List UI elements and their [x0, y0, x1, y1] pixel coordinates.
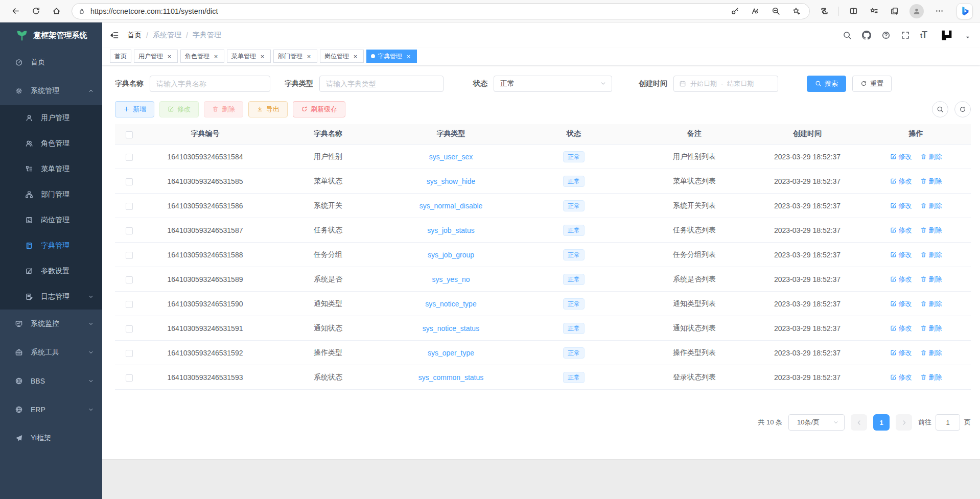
sidebar-item[interactable]: 系统工具 [0, 338, 102, 367]
tab-close-icon[interactable] [212, 53, 220, 60]
row-checkbox[interactable] [126, 276, 133, 283]
collections-icon[interactable] [886, 3, 902, 19]
tab[interactable]: 菜单管理 [227, 50, 271, 63]
copilot-button[interactable] [956, 3, 973, 19]
tab[interactable]: 用户管理 [134, 50, 178, 63]
star-plus-icon[interactable] [788, 3, 804, 19]
tab-close-icon[interactable] [352, 53, 359, 60]
sidebar-item[interactable]: 字典管理 [0, 233, 102, 258]
search-icon[interactable] [843, 31, 852, 40]
text-size-icon[interactable]: tT [920, 30, 927, 40]
row-delete-button[interactable]: 删除 [920, 226, 942, 235]
caret-down-icon[interactable] [965, 34, 971, 40]
back-icon[interactable] [7, 3, 24, 19]
search-button[interactable]: 搜索 [807, 76, 846, 92]
sidebar-item[interactable]: Yi框架 [0, 424, 102, 453]
sidebar-item[interactable]: 用户管理 [0, 105, 102, 131]
row-edit-button[interactable]: 修改 [890, 177, 912, 186]
date-range-picker[interactable]: 开始日期 - 结束日期 [673, 76, 778, 92]
row-delete-button[interactable]: 删除 [920, 152, 942, 161]
sidebar-item[interactable]: 部门管理 [0, 182, 102, 207]
next-page-button[interactable] [896, 414, 912, 431]
row-checkbox[interactable] [126, 301, 133, 308]
reset-button[interactable]: 重置 [852, 76, 892, 92]
row-delete-button[interactable]: 删除 [920, 324, 942, 333]
dict-type-link[interactable]: sys_yes_no [432, 275, 470, 283]
dict-name-input[interactable] [150, 76, 270, 92]
breadcrumb-home[interactable]: 首页 [127, 31, 142, 40]
user-avatar-logo[interactable] [939, 28, 954, 43]
status-select[interactable]: 正常 [494, 76, 612, 92]
dict-type-link[interactable]: sys_show_hide [427, 177, 476, 185]
zoom-out-icon[interactable] [767, 3, 784, 19]
row-edit-button[interactable]: 修改 [890, 250, 912, 259]
address-bar[interactable]: https://ccnetcore.com:1101/system/dict [72, 3, 810, 19]
sidebar-item[interactable]: ERP [0, 395, 102, 424]
dict-type-link[interactable]: sys_notice_status [423, 324, 479, 332]
row-checkbox[interactable] [126, 252, 133, 259]
page-size-select[interactable]: 10条/页 [788, 414, 845, 431]
github-icon[interactable] [862, 31, 871, 40]
read-aloud-icon[interactable] [747, 3, 763, 19]
row-checkbox[interactable] [126, 203, 133, 210]
sidebar-item[interactable]: 首页 [0, 48, 102, 77]
dict-type-link[interactable]: sys_notice_type [425, 300, 476, 308]
row-edit-button[interactable]: 修改 [890, 152, 912, 161]
refresh-cache-button[interactable]: 刷新缓存 [293, 101, 345, 117]
tab[interactable]: 首页 [110, 50, 131, 63]
row-delete-button[interactable]: 删除 [920, 299, 942, 308]
row-checkbox[interactable] [126, 178, 133, 185]
edit-button[interactable]: 修改 [159, 101, 199, 117]
tab[interactable]: 角色管理 [180, 50, 224, 63]
tab[interactable]: 部门管理 [273, 50, 317, 63]
fullscreen-icon[interactable] [901, 31, 910, 40]
row-delete-button[interactable]: 删除 [920, 177, 942, 186]
tab[interactable]: 岗位管理 [320, 50, 364, 63]
row-checkbox[interactable] [126, 350, 133, 357]
tab-close-icon[interactable] [305, 53, 313, 60]
row-edit-button[interactable]: 修改 [890, 373, 912, 382]
row-checkbox[interactable] [126, 227, 133, 234]
dict-type-link[interactable]: sys_job_group [428, 251, 474, 259]
reload-icon[interactable] [28, 3, 44, 19]
delete-button[interactable]: 删除 [204, 101, 243, 117]
url-text[interactable]: https://ccnetcore.com:1101/system/dict [90, 7, 727, 15]
tab-close-icon[interactable] [405, 53, 412, 60]
dict-type-link[interactable]: sys_common_status [418, 373, 484, 382]
row-delete-button[interactable]: 删除 [920, 250, 942, 259]
dict-type-link[interactable]: sys_user_sex [429, 153, 473, 161]
refresh-table-button[interactable] [954, 101, 971, 117]
tab-close-icon[interactable] [259, 53, 266, 60]
sidebar-item[interactable]: 系统监控 [0, 310, 102, 338]
page-number-active[interactable]: 1 [873, 414, 890, 431]
more-menu-icon[interactable] [931, 3, 947, 19]
row-edit-button[interactable]: 修改 [890, 299, 912, 308]
sidebar-item[interactable]: 岗位管理 [0, 207, 102, 233]
row-edit-button[interactable]: 修改 [890, 348, 912, 358]
favorites-bar-icon[interactable] [866, 3, 882, 19]
add-button[interactable]: 新增 [115, 101, 154, 117]
sidebar-fold-icon[interactable] [110, 31, 119, 40]
row-checkbox[interactable] [126, 325, 133, 332]
row-edit-button[interactable]: 修改 [890, 324, 912, 333]
tab-close-icon[interactable] [166, 53, 173, 60]
toggle-search-button[interactable] [932, 101, 948, 117]
sidebar-item[interactable]: 系统管理 [0, 77, 102, 105]
row-edit-button[interactable]: 修改 [890, 275, 912, 284]
sidebar-item[interactable]: 日志管理 [0, 284, 102, 310]
row-delete-button[interactable]: 删除 [920, 373, 942, 382]
row-delete-button[interactable]: 删除 [920, 275, 942, 284]
extensions-icon[interactable] [816, 3, 832, 19]
sidebar-item[interactable]: BBS [0, 367, 102, 395]
home-icon[interactable] [48, 3, 64, 19]
dict-type-link[interactable]: sys_oper_type [428, 349, 474, 357]
prev-page-button[interactable] [851, 414, 867, 431]
row-edit-button[interactable]: 修改 [890, 226, 912, 235]
dict-type-link[interactable]: sys_job_status [427, 226, 475, 234]
tab[interactable]: 字典管理 [366, 50, 417, 63]
split-screen-icon[interactable] [845, 3, 861, 19]
sidebar-item[interactable]: 参数设置 [0, 258, 102, 284]
row-delete-button[interactable]: 删除 [920, 348, 942, 358]
dict-type-input[interactable] [319, 76, 444, 92]
profile-avatar[interactable] [909, 4, 924, 18]
